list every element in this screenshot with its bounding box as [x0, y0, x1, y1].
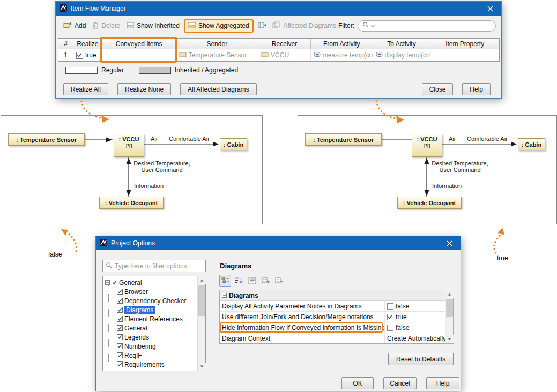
checkbox-checked-icon[interactable] — [117, 307, 123, 313]
checkbox-checked-icon[interactable] — [387, 314, 393, 320]
scroll-up-icon[interactable] — [445, 290, 454, 298]
checkbox-checked-icon[interactable] — [117, 334, 123, 340]
help-button[interactable]: Help — [462, 83, 491, 95]
part-temperature-sensor[interactable]: : Temperature Sensor — [305, 133, 382, 146]
tree-item-reqif[interactable]: ReqIF — [103, 351, 197, 360]
property-row[interactable]: Use different Join/Fork and Decision/Mer… — [220, 312, 445, 322]
realize-none-button[interactable]: Realize None — [117, 83, 171, 95]
col-item-property[interactable]: Item Property — [430, 39, 499, 49]
property-row[interactable]: Diagram Context Create Automatically — [220, 333, 445, 343]
part-vehicle-occupant[interactable]: : Vehicle Occupant — [99, 197, 164, 209]
tree-item-element-references[interactable]: Element References — [103, 314, 197, 323]
tree-label: Dependency Checker — [124, 297, 186, 305]
col-to-activity[interactable]: To Activity — [373, 39, 431, 49]
filter-input[interactable] — [376, 22, 491, 29]
show-aggregated-button[interactable]: Show Aggregated — [184, 19, 254, 33]
options-filter-input[interactable] — [115, 262, 203, 270]
affected-diagrams-button[interactable]: Affected Diagrams — [270, 20, 338, 32]
add-button[interactable]: Add — [61, 20, 88, 32]
value-text: Create Automatically — [387, 335, 445, 342]
checkbox-checked-icon[interactable] — [117, 361, 123, 367]
col-conveyed-items[interactable]: Conveyed Items — [102, 39, 176, 49]
show-inherited-button[interactable]: Show Inherited — [124, 20, 182, 32]
help-button[interactable]: Help — [426, 377, 459, 389]
part-cabin[interactable]: : Cabin — [518, 138, 545, 150]
chevron-down-icon[interactable] — [371, 22, 375, 29]
table-row[interactable]: 1 true Temperature Sensor VCCU measure t… — [58, 49, 499, 61]
collapse-icon[interactable] — [222, 293, 227, 298]
scrollbar-thumb[interactable] — [446, 299, 453, 317]
ifm-titlebar[interactable]: Item Flow Manager — [56, 2, 501, 16]
expand-properties-icon[interactable] — [259, 275, 271, 287]
tree-item-diagrams[interactable]: Diagrams — [103, 305, 197, 314]
realize-checkbox[interactable] — [76, 52, 83, 59]
tree-label: General — [124, 325, 147, 332]
checkbox-checked-icon[interactable] — [117, 298, 123, 304]
show-columns-button[interactable] — [256, 20, 269, 32]
scroll-down-icon[interactable] — [198, 363, 206, 371]
checkbox-checked-icon[interactable] — [117, 343, 123, 349]
part-vccu[interactable]: : VCCU — [114, 134, 144, 157]
checkbox-unchecked-icon[interactable] — [387, 325, 393, 331]
tree-item-dependency-checker[interactable]: Dependency Checker — [103, 296, 197, 305]
property-label: Diagram Context — [220, 333, 385, 343]
options-tree: General Browser Dependency Checker Diagr… — [102, 276, 206, 371]
property-value[interactable]: Create Automatically — [385, 333, 445, 343]
checkbox-checked-icon[interactable] — [112, 280, 117, 285]
filter-label: Filter: — [338, 22, 354, 29]
properties-group-row[interactable]: Diagrams — [220, 290, 445, 301]
property-label: Use different Join/Fork and Decision/Mer… — [220, 312, 385, 322]
tree-item-requirements[interactable]: Requirements — [103, 360, 197, 369]
cell-conveyed-items[interactable] — [102, 49, 176, 61]
categorized-view-icon[interactable] — [219, 275, 231, 287]
show-description-icon[interactable] — [246, 275, 258, 287]
tree-item-general[interactable]: General — [103, 323, 197, 333]
property-row[interactable]: Display All Activity Parameter Nodes in … — [220, 301, 445, 312]
all-affected-diagrams-button[interactable]: All Affected Diagrams — [180, 83, 257, 95]
part-cabin[interactable]: : Cabin — [220, 138, 247, 150]
col-from-activity[interactable]: From Activity — [311, 39, 373, 49]
ifm-close-icon[interactable] — [482, 2, 498, 16]
tree-item-general-root[interactable]: General — [103, 278, 197, 287]
checkbox-checked-icon[interactable] — [117, 352, 123, 358]
po-close-icon[interactable] — [441, 236, 457, 250]
tree-label: General — [119, 279, 142, 287]
reset-to-defaults-button[interactable]: Reset to Defaults — [388, 353, 454, 365]
tree-item-legends[interactable]: Legends — [103, 333, 197, 342]
col-num[interactable]: # — [58, 39, 73, 49]
part-vehicle-occupant[interactable]: : Vehicle Occupant — [397, 197, 462, 209]
part-temperature-sensor[interactable]: : Temperature Sensor — [8, 133, 85, 146]
collapse-icon[interactable] — [105, 280, 110, 285]
tree-item-numbering[interactable]: Numbering — [103, 342, 197, 351]
realize-all-button[interactable]: Realize All — [63, 83, 108, 95]
sort-alphabetically-icon[interactable] — [233, 275, 244, 287]
property-value[interactable]: false — [385, 301, 445, 311]
cell-item-property[interactable] — [430, 49, 499, 61]
col-receiver[interactable]: Receiver — [258, 39, 311, 49]
property-row-highlighted[interactable]: Hide Information Flow If Conveyed Inform… — [220, 322, 445, 333]
po-titlebar[interactable]: Project Options — [96, 236, 461, 250]
cancel-button[interactable]: Cancel — [383, 377, 417, 389]
checkbox-checked-icon[interactable] — [117, 316, 123, 322]
checkbox-unchecked-icon[interactable] — [387, 303, 393, 310]
property-value[interactable]: false — [385, 322, 445, 333]
properties-scrollbar[interactable] — [445, 290, 453, 343]
flow-label-comfortable-air: Comfortable Air — [467, 135, 508, 142]
col-realize[interactable]: Realize — [73, 39, 102, 49]
scroll-up-icon[interactable] — [198, 276, 206, 284]
part-vccu[interactable]: : VCCU — [412, 134, 442, 157]
tree-item-browser[interactable]: Browser — [103, 287, 197, 296]
col-sender[interactable]: Sender — [176, 39, 258, 49]
collapse-properties-icon[interactable] — [273, 275, 285, 287]
delete-button[interactable]: Delete — [90, 20, 122, 32]
value-text: true — [396, 313, 407, 321]
options-icon-toolbar — [219, 275, 285, 287]
close-button[interactable]: Close — [422, 83, 454, 95]
property-value[interactable]: true — [385, 312, 445, 322]
scroll-down-icon[interactable] — [445, 335, 454, 343]
ok-button[interactable]: OK — [341, 377, 374, 389]
scrollbar-thumb[interactable] — [198, 285, 205, 316]
tree-scrollbar[interactable] — [197, 276, 205, 371]
checkbox-checked-icon[interactable] — [117, 289, 123, 295]
checkbox-checked-icon[interactable] — [117, 325, 123, 331]
